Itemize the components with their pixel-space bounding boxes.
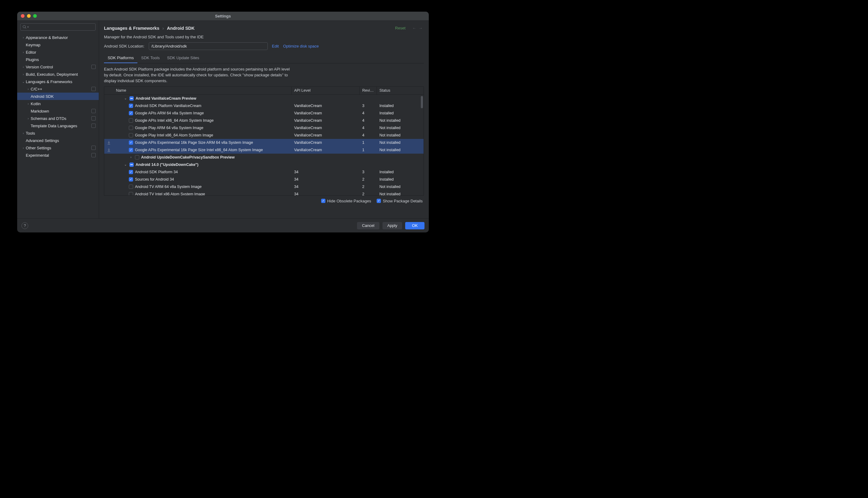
package-api-level: VanillaIceCream — [292, 148, 360, 152]
chevron-down-icon[interactable]: ⌄ — [123, 163, 128, 166]
sidebar-item-experimental[interactable]: Experimental — [17, 152, 99, 159]
sidebar-item-label: Keymap — [26, 43, 96, 47]
sidebar-item-editor[interactable]: ›Editor — [17, 49, 99, 56]
tab-sdk-platforms[interactable]: SDK Platforms — [104, 54, 137, 63]
optimize-link[interactable]: Optimize disk space — [283, 44, 319, 49]
scope-icon — [91, 153, 96, 157]
edit-link[interactable]: Edit — [272, 44, 279, 49]
package-row[interactable]: Android TV ARM 64 v8a System Image342Not… — [104, 183, 424, 191]
sidebar-item-android-sdk[interactable]: Android SDK — [17, 93, 99, 100]
sidebar-item-template-data-languages[interactable]: Template Data Languages — [17, 122, 99, 129]
package-name: Android SDK Platform VanillaIceCream — [135, 104, 201, 108]
help-button[interactable]: ? — [22, 222, 28, 229]
package-checkbox[interactable] — [129, 170, 133, 174]
scope-icon — [91, 123, 96, 128]
package-row[interactable]: Google Play Intel x86_64 Atom System Ima… — [104, 132, 424, 139]
sidebar-item-label: Template Data Languages — [31, 123, 90, 128]
package-row[interactable]: Google APIs Experimental 16k Page Size A… — [104, 139, 424, 146]
package-name-cell: Google Play Intel x86_64 Atom System Ima… — [114, 133, 292, 137]
nav-back-icon[interactable]: ← — [411, 25, 418, 31]
package-row[interactable]: Android SDK Platform 34343Installed — [104, 168, 424, 176]
package-name: Android TV ARM 64 v8a System Image — [135, 185, 201, 189]
nav-forward-icon[interactable]: → — [418, 25, 424, 31]
column-api-level[interactable]: API Level — [292, 87, 360, 94]
column-icon — [104, 87, 114, 94]
search-input[interactable]: ▾ — [20, 23, 96, 31]
column-revision[interactable]: Revi… — [360, 87, 377, 94]
column-name[interactable]: Name — [114, 87, 292, 94]
sdk-location-field[interactable] — [149, 42, 268, 50]
sidebar-item-label: Plugins — [26, 57, 96, 62]
titlebar: Settings — [17, 12, 429, 20]
package-group[interactable]: ›Android UpsideDownCakePrivacySandbox Pr… — [104, 154, 424, 161]
package-name: Android 14.0 ("UpsideDownCake") — [135, 162, 198, 167]
package-api-level: VanillaIceCream — [292, 126, 360, 130]
sidebar-item-languages-frameworks[interactable]: ⌄Languages & Frameworks — [17, 78, 99, 85]
breadcrumb-parent[interactable]: Languages & Frameworks — [104, 26, 159, 31]
scrollbar-thumb[interactable] — [421, 96, 423, 108]
hide-obsolete-checkbox[interactable]: Hide Obsolete Packages — [321, 199, 371, 203]
package-checkbox[interactable] — [129, 133, 133, 137]
chevron-right-icon[interactable]: › — [129, 156, 133, 159]
cancel-button[interactable]: Cancel — [357, 222, 379, 230]
column-status[interactable]: Status — [377, 87, 424, 94]
tab-sdk-update-sites[interactable]: SDK Update Sites — [163, 54, 203, 63]
apply-button[interactable]: Apply — [382, 222, 403, 230]
sidebar-item-label: Other Settings — [26, 146, 90, 150]
package-status: Not installed — [377, 133, 424, 137]
package-status: Installed — [377, 177, 424, 182]
package-checkbox[interactable] — [129, 118, 133, 123]
sidebar-item-plugins[interactable]: Plugins — [17, 56, 99, 63]
package-checkbox[interactable] — [129, 104, 133, 108]
package-group[interactable]: ⌄Android VanillaIceCream Preview — [104, 95, 424, 102]
reset-button[interactable]: Reset — [393, 25, 407, 31]
package-checkbox[interactable] — [129, 96, 134, 101]
sidebar-item-c-c-[interactable]: ›C/C++ — [17, 85, 99, 93]
sidebar-item-schemas-and-dtds[interactable]: ›Schemas and DTDs — [17, 115, 99, 122]
sidebar-item-tools[interactable]: ›Tools — [17, 129, 99, 137]
package-checkbox[interactable] — [129, 185, 133, 189]
settings-tree[interactable]: ›Appearance & BehaviorKeymap›EditorPlugi… — [17, 32, 99, 218]
package-checkbox[interactable] — [129, 177, 133, 182]
sdk-location-label: Android SDK Location: — [104, 44, 144, 49]
package-checkbox[interactable] — [129, 148, 133, 152]
sidebar-item-appearance-behavior[interactable]: ›Appearance & Behavior — [17, 34, 99, 41]
package-row[interactable]: Google APIs Experimental 16k Page Size I… — [104, 146, 424, 154]
show-details-checkbox[interactable]: Show Package Details — [377, 199, 423, 203]
sidebar-item-label: Editor — [26, 50, 96, 55]
package-row[interactable]: Android TV Intel x86 Atom System Image34… — [104, 191, 424, 195]
ok-button[interactable]: OK — [405, 222, 424, 230]
package-row[interactable]: Google APIs Intel x86_64 Atom System Ima… — [104, 117, 424, 124]
package-checkbox[interactable] — [129, 141, 133, 145]
hide-obsolete-label: Hide Obsolete Packages — [327, 199, 371, 203]
package-name-cell: ›Android UpsideDownCakePrivacySandbox Pr… — [114, 155, 292, 159]
package-name-cell: Google Play ARM 64 v8a System Image — [114, 126, 292, 130]
package-checkbox[interactable] — [129, 126, 133, 130]
package-row[interactable]: Android SDK Platform VanillaIceCreamVani… — [104, 102, 424, 109]
sdk-tabs: SDK PlatformsSDK ToolsSDK Update Sites — [104, 54, 424, 64]
tab-sdk-tools[interactable]: SDK Tools — [137, 54, 163, 63]
sidebar-item-kotlin[interactable]: ›Kotlin — [17, 100, 99, 107]
package-checkbox[interactable] — [129, 162, 134, 167]
chevron-down-icon[interactable]: ⌄ — [123, 96, 128, 100]
page-description: Manager for the Android SDK and Tools us… — [104, 35, 424, 39]
package-row[interactable]: Sources for Android 34342Installed — [104, 176, 424, 183]
search-field[interactable] — [30, 25, 94, 29]
package-revision: 1 — [360, 148, 377, 152]
sidebar-item-label: Build, Execution, Deployment — [26, 72, 96, 77]
sidebar-item-build-execution-deployment[interactable]: ›Build, Execution, Deployment — [17, 70, 99, 78]
package-checkbox[interactable] — [135, 155, 139, 159]
package-row[interactable]: Google APIs ARM 64 v8a System ImageVanil… — [104, 109, 424, 117]
sidebar-item-markdown[interactable]: Markdown — [17, 107, 99, 115]
chevron-right-icon: › — [21, 51, 26, 54]
sidebar-item-other-settings[interactable]: ›Other Settings — [17, 144, 99, 152]
package-row[interactable]: Google Play ARM 64 v8a System ImageVanil… — [104, 124, 424, 132]
sidebar-item-version-control[interactable]: ›Version Control — [17, 63, 99, 70]
scope-icon — [91, 87, 96, 91]
package-group[interactable]: ⌄Android 14.0 ("UpsideDownCake") — [104, 161, 424, 168]
sidebar-item-keymap[interactable]: Keymap — [17, 41, 99, 49]
package-checkbox[interactable] — [129, 111, 133, 115]
sidebar-item-label: C/C++ — [31, 87, 90, 91]
sidebar-item-advanced-settings[interactable]: Advanced Settings — [17, 137, 99, 144]
package-checkbox[interactable] — [129, 192, 133, 195]
